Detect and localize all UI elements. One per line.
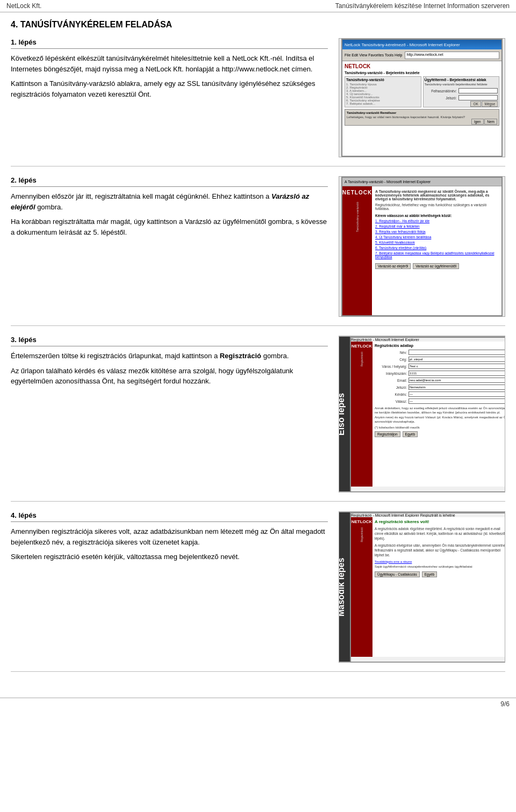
nl-option7: 7. Belépési adatok megadása vagy Belépés… [375,251,498,259]
ie-panel-left: Tanúsítvány-varázsló 1. Tanúsítvány típu… [345,76,421,107]
success-screenshot: Regisztráció - Microsoft Internet Explor… [350,512,505,663]
nl-sidebar: NETLOCK Tanúsítvány-varázsló [342,186,372,315]
ie-menu: File Edit View Favorites Tools Help [345,53,403,57]
nl-option1-link[interactable]: 1. Regisztráljon - Ha először jár ide [375,219,429,223]
success-link[interactable]: Továbblépés erre a részre [375,560,505,563]
nl-options-title: Kérem válasszon az alábbi lehetőségek kö… [375,214,498,218]
main-content: 4. TANÚSÍTVÁNYKÉRELEM FELADÁSA 1. lépés … [0,12,516,692]
step3-para1: Értelemszerűen töltse ki regisztrációs ű… [11,351,328,361]
nl-option2-link[interactable]: 2. Regisztrált már a felületen [375,224,420,228]
header-left: NetLock Kft. [6,2,41,10]
form-input-email[interactable]: neu.adat@test.ia.com [408,378,505,383]
nl-elejere-button[interactable]: Varázsló az elejéről [375,263,411,269]
success-page-info: Regisztrált is lehetne [420,513,455,517]
ie-wizard-title: Tanúsítvány-varázsló Remélszer [347,111,497,114]
success-action-buttons: Ügyfélkapu - Csatlakozás Egyéb [375,571,505,577]
step2-label: 2. lépés [11,176,328,187]
nl-option1: 1. Regisztráljon - Ha először jár ide [375,219,498,223]
step2-highlight: Varázsló az elejéről [11,192,309,211]
nl-body: NETLOCK Tanúsítvány-varázsló A Tanúsítvá… [342,186,501,315]
form-label-jelszó: Jelszó: [375,386,407,389]
success-sidebar: NETLOCK Regisztráció [351,517,372,657]
ie-cancel-button[interactable]: Mégse [482,101,498,107]
nl-option5-link[interactable]: 5. Közvetítő hivatkozások [375,241,415,244]
step3-text: 3. lépés Értelemszerűen töltse ki regisz… [11,336,339,492]
step1-label: 1. lépés [11,38,328,49]
form-input-varos[interactable]: Test c [408,364,505,369]
success-ugyfelkapu-button[interactable]: Ügyfélkapu - Csatlakozás [375,571,420,577]
ie-yes-button[interactable]: Igen [471,119,484,125]
form-sidebar-label: Regisztráció [360,352,363,367]
form-input-kerdes[interactable]: — [408,392,505,397]
step2-para2: Ha korábban regisztráltatta már magát, ú… [11,216,328,237]
step3-label: 3. lépés [11,336,328,346]
nl-ugyfelmenutil-button[interactable]: Varázsló az ügyfélmenütől [413,263,459,269]
success-next: Saját ügyfélinformáció visszajelentkezés… [375,565,505,568]
success-body: NETLOCK Regisztráció A regisztráció sike… [351,517,505,657]
form-label-nev: Név: [375,351,407,354]
form-body: NETLOCK Regisztráció Regisztrációs adatl… [351,342,505,487]
nl-option5: 5. Közvetítő hivatkozások [375,241,498,244]
nl-option4-link[interactable]: 4. Új Tanúsítvány kérelem beállítása [375,235,431,239]
success-sidebar-label: Regisztráció [360,527,363,542]
form-label-ceg: Cég: [375,358,407,361]
nl-sidebar-label: Tanúsítvány-varázsló [356,202,359,232]
form-input-ceg[interactable]: pl. zárpol [408,357,505,362]
form-input-nev[interactable] [408,350,505,355]
netlock-wizard-screenshot: A Tanúsítvány-varázsló - Microsoft Inter… [341,177,503,316]
section-step1: 1. lépés Következő lépésként elkészült t… [11,38,505,166]
section-step2: 2. lépés Amennyiben először jár itt, reg… [11,176,505,326]
success-title: A regisztráció sikeres volt! [375,519,505,524]
ie-no-button[interactable]: Nem [484,119,497,125]
nl-option2: 2. Regisztrált már a felületen [375,224,498,228]
form-note: (*) kötelezően kitöltendő mezők [375,426,505,429]
ie-browser-screenshot: NetLock Tanúsítvány-kérelmező - Microsof… [341,39,503,157]
page-header: NetLock Kft. Tanúsítványkérelem készítés… [0,0,516,12]
section-step4: 4. lépés Amennyiben regisztrációja siker… [11,511,505,672]
step3-image-container: Első lépés Regisztráció - Microsoft Inte… [339,336,505,492]
step2-para1: Amennyiben először jár itt, regisztrálta… [11,191,328,212]
form-label-varos: Város / helység: [375,365,407,368]
form-header: Regisztráció - Microsoft Internet Explor… [351,338,505,342]
form-label-irsz: Irányítószám: [375,372,407,375]
form-sidebar: NETLOCK Regisztráció [351,342,372,487]
form-brand: NETLOCK [352,344,372,349]
chapter-title: 4. TANÚSÍTVÁNYKÉRELEM FELADÁSA [11,20,505,30]
success-egyeb-button[interactable]: Egyéb [422,571,437,577]
form-label-kerdes: Kérdés: [375,393,407,396]
form-egyeb-button[interactable]: Egyéb [403,431,418,437]
nl-option6-link[interactable]: 6. Tanúsítvány elrejtése (zárólás) [375,246,426,250]
form-regisztracio-button[interactable]: Regisztráljon [375,431,400,437]
nl-option3: 3. Régóta van felhasználói fiókja [375,230,498,234]
ie-panel-right: Ügyféltermő - Bejelentkezési ablak Tanús… [423,76,500,107]
ie-panel-right-title: Ügyféltermő - Bejelentkezési ablak [425,78,498,82]
form-input-irsz[interactable]: 1111 [408,371,505,376]
step1-text: 1. lépés Következő lépésként elkészült t… [11,38,339,157]
success-window-title: Regisztráció - Microsoft Internet Explor… [351,513,419,517]
step4-side-label: Második lépés [339,512,350,662]
step4-para2: Sikertelen regisztráció esetén kérjük, v… [11,552,328,562]
step3-image: Első lépés Regisztráció - Microsoft Inte… [339,336,505,492]
ie-page-title: Tanúsítvány-varázsló - Bejelentés kezdet… [345,71,499,75]
nl-option4: 4. Új Tanúsítvány kérelem beállítása [375,235,498,239]
header-right: Tanúsítványkérelem készítése Internet In… [335,2,510,10]
ie-toolbar: File Edit View Favorites Tools Help http… [342,49,501,61]
nl-buttons: Varázsló az elejéről Varázsló az ügyfélm… [375,263,498,269]
step4-label: 4. lépés [11,511,328,522]
step1-image: NetLock Tanúsítvány-kérelmező - Microsof… [339,38,505,157]
page-footer: 9/6 [0,698,516,710]
nl-option3-link[interactable]: 3. Régóta van felhasználói fiókja [375,230,426,234]
form-main: Regisztrációs adatlap Név: Cég: pl. zárp… [372,342,505,487]
nl-option6: 6. Tanúsítvány elrejtése (zárólás) [375,246,498,250]
nl-window-title: A Tanúsítvány-varázsló - Microsoft Inter… [345,180,431,184]
form-label-email: Email: [375,379,407,382]
form-info-text: Annak érdekében, hogy az esetleg elfelej… [375,406,505,424]
step1-para1: Következő lépésként elkészült tanúsítván… [11,53,328,74]
nl-option7-link[interactable]: 7. Belépési adatok megadása vagy Belépés… [375,251,494,259]
nl-intro: Regisztrációhoz, felvételhez vagy más fu… [375,203,498,211]
form-input-jelszo[interactable]: Nemezisim [408,385,505,390]
form-input-valasz[interactable]: — [408,398,505,404]
form-window-title: Regisztráció - Microsoft Internet Explor… [351,338,419,342]
ie-ok-button[interactable]: OK [470,101,481,107]
page-number: 9/6 [500,700,510,708]
